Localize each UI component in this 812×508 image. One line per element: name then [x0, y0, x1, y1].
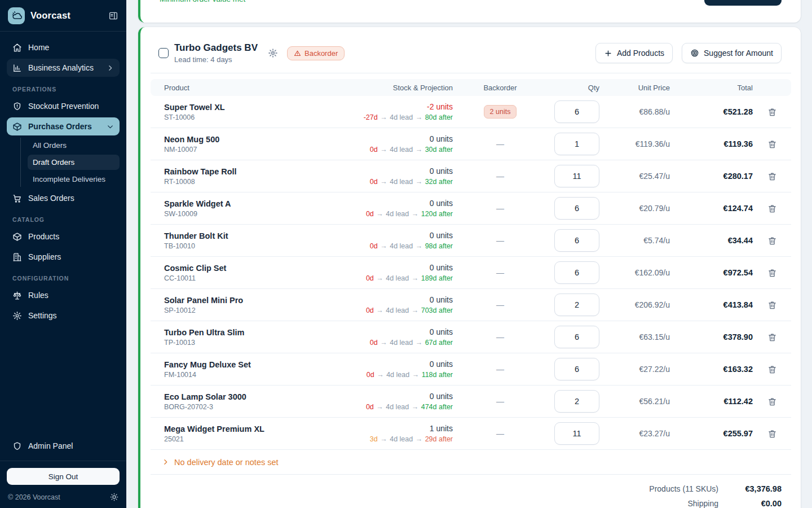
trash-icon[interactable] [766, 396, 778, 408]
backorder-cell: — [453, 268, 548, 278]
trash-icon[interactable] [766, 203, 778, 214]
unit-price: €20.79/u [599, 204, 670, 213]
app-logo [8, 7, 25, 24]
stock-units: -2 units [346, 102, 453, 111]
sidebar: Voorcast Home Business Analytics OPERATI… [0, 0, 126, 508]
table-row: Rainbow Tape Roll RT-10008 0 units 0d → … [151, 160, 791, 192]
supplier-card-header: Turbo Gadgets BV Lead time: 4 days Backo… [140, 27, 801, 64]
product-name: Super Towel XL [164, 103, 346, 112]
qty-input[interactable]: 6 [554, 229, 599, 252]
backorder-empty-dash: — [496, 139, 504, 148]
previous-supplier-card: Minimum order value met [138, 0, 801, 23]
purchase-orders-subtree: All Orders Draft Orders Incomplete Deliv… [20, 138, 120, 187]
qty-input[interactable]: 6 [554, 100, 599, 123]
trash-icon[interactable] [766, 106, 778, 118]
target-icon [690, 49, 699, 58]
sidebar-item-rules[interactable]: Rules [7, 286, 120, 304]
qty-input[interactable]: 1 [554, 133, 599, 155]
sidebar-item-suppliers[interactable]: Suppliers [7, 248, 120, 266]
delivery-notes-text: No delivery date or notes set [174, 458, 279, 467]
trash-icon[interactable] [766, 267, 778, 279]
product-sku: SW-10009 [164, 210, 346, 218]
backorder-cell: — [453, 203, 548, 213]
unit-price: €56.21/u [599, 397, 670, 406]
main-content: Minimum order value met Turbo Gadgets BV… [126, 0, 812, 508]
table-row: Super Towel XL ST-10006 -2 units -27d → … [151, 96, 791, 128]
product-name: Fancy Mug Deluxe Set [164, 360, 346, 369]
stock-projection: 0d → 4d lead → 118d after [346, 371, 453, 379]
backorder-cell: — [453, 396, 548, 406]
qty-input[interactable]: 6 [554, 358, 599, 380]
sidebar-collapse-icon[interactable] [108, 11, 118, 21]
column-header-backorder: Backorder [453, 84, 548, 92]
table-header-row: Product Stock & Projection Backorder Qty… [151, 79, 791, 96]
sidebar-item-settings[interactable]: Settings [7, 306, 120, 325]
stock-projection: 0d → 4d lead → 98d after [346, 242, 453, 250]
row-total: €255.97 [670, 429, 753, 438]
qty-input[interactable]: 11 [554, 422, 599, 445]
qty-input[interactable]: 2 [554, 294, 599, 316]
trash-icon[interactable] [766, 331, 778, 343]
trash-icon[interactable] [766, 364, 778, 375]
trash-icon[interactable] [766, 170, 778, 182]
sidebar-item-products[interactable]: Products [7, 227, 120, 246]
stock-units: 1 units [346, 424, 453, 433]
unit-price: €63.15/u [599, 332, 670, 341]
row-total: €34.44 [670, 236, 753, 245]
trash-icon[interactable] [766, 235, 778, 247]
copyright-text: © 2026 Voorcast [8, 493, 60, 501]
sidebar-item-business-analytics[interactable]: Business Analytics [7, 59, 120, 77]
sidebar-item-sales-orders[interactable]: Sales Orders [7, 189, 120, 207]
delivery-notes-row[interactable]: No delivery date or notes set [151, 450, 791, 475]
trash-icon[interactable] [766, 138, 778, 150]
trash-icon[interactable] [766, 428, 778, 440]
supplier-name: Turbo Gadgets BV [174, 42, 258, 54]
shield-alert-icon [12, 102, 22, 111]
sign-out-button[interactable]: Sign Out [7, 468, 120, 485]
totals-products-value: €3,376.98 [731, 484, 782, 493]
stock-units: 0 units [346, 327, 453, 336]
unit-price: €5.74/u [599, 236, 670, 245]
add-products-button[interactable]: Add Products [595, 43, 673, 63]
table-row: Cosmic Clip Set CC-10011 0 units 0d → 4d… [151, 257, 791, 289]
sidebar-item-stockout-prevention[interactable]: Stockout Prevention [7, 97, 120, 115]
qty-input[interactable]: 6 [554, 326, 599, 348]
trash-icon[interactable] [766, 299, 778, 311]
sidebar-subitem-draft-orders[interactable]: Draft Orders [28, 155, 120, 170]
sidebar-item-purchase-orders[interactable]: Purchase Orders [7, 117, 120, 135]
sidebar-subitem-incomplete-deliveries[interactable]: Incomplete Deliveries [28, 172, 120, 187]
product-name: Neon Mug 500 [164, 135, 346, 144]
stock-projection: 0d → 4d lead → 474d after [346, 403, 453, 411]
qty-input[interactable]: 2 [554, 390, 599, 413]
column-header-total: Total [670, 84, 753, 92]
stock-projection: 0d → 4d lead → 67d after [346, 339, 453, 347]
qty-input[interactable]: 11 [554, 165, 599, 187]
box-icon [12, 232, 22, 242]
backorder-cell: — [453, 300, 548, 310]
supplier-settings-gear-icon[interactable] [268, 48, 278, 58]
sidebar-subitem-all-orders[interactable]: All Orders [28, 138, 120, 153]
unit-price: €162.09/u [599, 268, 670, 277]
chevron-right-icon [162, 458, 169, 466]
backorder-cell: — [453, 139, 548, 149]
product-name: Mega Widget Premium XL [164, 424, 346, 433]
theme-toggle-sun-icon[interactable] [110, 493, 118, 501]
sidebar-item-home[interactable]: Home [7, 38, 120, 56]
table-row: Thunder Bolt Kit TB-10010 0 units 0d → 4… [151, 225, 791, 257]
table-row: Sparkle Widget A SW-10009 0 units 0d → 4… [151, 192, 791, 225]
totals-products-label: Products (11 SKUs) [649, 484, 718, 493]
sidebar-header: Voorcast [0, 0, 126, 32]
table-row: Fancy Mug Deluxe Set FM-10014 0 units 0d… [151, 353, 791, 386]
unit-price: €86.88/u [599, 107, 670, 116]
suggest-for-amount-button[interactable]: Suggest for Amount [682, 43, 782, 63]
primary-action-button-cutoff[interactable] [704, 0, 782, 6]
section-label-operations: OPERATIONS [12, 86, 114, 93]
sidebar-item-admin-panel[interactable]: Admin Panel [7, 437, 120, 455]
product-name: Eco Lamp Solar 3000 [164, 392, 346, 401]
row-total: €112.42 [670, 397, 753, 406]
column-header-unit-price: Unit Price [599, 84, 670, 92]
qty-input[interactable]: 6 [554, 261, 599, 284]
supplier-checkbox[interactable] [158, 48, 169, 58]
warning-triangle-icon [294, 50, 301, 57]
qty-input[interactable]: 6 [554, 197, 599, 220]
